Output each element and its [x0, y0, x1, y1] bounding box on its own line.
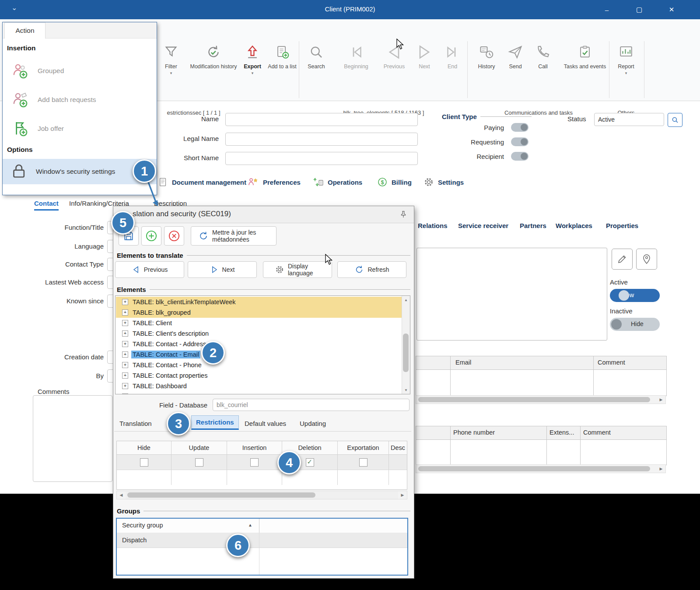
phone-table-scrollbar[interactable]: ▶ — [416, 464, 666, 473]
security-group-column-header[interactable]: Security group — [122, 522, 163, 529]
display-language-button[interactable]: Display language — [263, 261, 332, 278]
nav-operations[interactable]: Operations — [312, 177, 362, 187]
phone-comment-column-header[interactable]: Comment — [583, 429, 611, 436]
tree-item[interactable]: +TABLE: blk_clientLinkTemplateWeek — [116, 297, 402, 307]
column-insertion[interactable]: Insertion — [227, 441, 282, 454]
tree-item-selected[interactable]: +TABLE: Contact - Email — [116, 349, 402, 360]
expand-icon[interactable]: + — [122, 341, 128, 347]
phone-number-column-header[interactable]: Phone number — [453, 429, 495, 436]
expand-icon[interactable]: + — [122, 299, 128, 305]
deletion-checkbox[interactable] — [306, 458, 314, 467]
scroll-right-icon[interactable]: ▶ — [657, 396, 665, 404]
status-search-button[interactable] — [668, 113, 682, 127]
comment-column-header[interactable]: Comment — [598, 359, 625, 366]
tasks-events-button[interactable]: Tasks and events — [564, 42, 606, 70]
status-input[interactable] — [594, 113, 664, 126]
tab-relations[interactable]: Relations — [418, 222, 448, 229]
grid-scrollbar[interactable]: ◀ ▶ — [116, 491, 407, 499]
report-button[interactable]: Report ▾ — [612, 42, 640, 75]
expand-icon[interactable]: + — [122, 362, 128, 368]
expand-icon[interactable]: + — [122, 320, 128, 326]
tab-restrictions[interactable]: Restrictions — [191, 415, 239, 430]
expand-icon[interactable]: + — [122, 372, 128, 379]
tab-properties[interactable]: Properties — [606, 222, 638, 229]
history-button[interactable]: History — [473, 42, 500, 70]
paying-toggle[interactable] — [511, 123, 528, 132]
tab-translation[interactable]: Translation — [115, 417, 156, 430]
minimize-button[interactable]: – — [594, 0, 620, 19]
sort-ascending-icon[interactable]: ▲ — [248, 523, 252, 527]
expand-icon[interactable]: + — [122, 383, 128, 389]
update-metadata-button[interactable]: Mettre à jour les métadonnées — [191, 226, 276, 246]
legal-name-input[interactable] — [225, 133, 418, 146]
column-exportation[interactable]: Exportation — [338, 441, 389, 454]
hide-checkbox[interactable] — [140, 458, 148, 467]
menu-item-job-offer[interactable]: Job offer — [3, 116, 157, 141]
next-element-button[interactable]: Next — [188, 261, 257, 278]
tab-service-receiver[interactable]: Service receiver — [458, 222, 508, 229]
scroll-right-icon[interactable]: ▶ — [398, 491, 407, 499]
relations-content-box[interactable] — [416, 248, 607, 341]
send-button[interactable]: Send — [503, 42, 528, 70]
email-table[interactable]: Email Comment — [416, 356, 667, 396]
previous-element-button[interactable]: Previous — [115, 261, 184, 278]
call-button[interactable]: Call — [532, 42, 554, 70]
phone-table[interactable]: Phone number Extens... Comment — [416, 426, 667, 465]
expand-icon[interactable]: + — [122, 393, 128, 394]
nav-document-management[interactable]: Document management — [158, 177, 246, 187]
column-hide[interactable]: Hide — [117, 441, 172, 454]
add-to-list-button[interactable]: Add to a list — [268, 42, 297, 70]
previous-record-button[interactable]: Previous — [377, 42, 411, 70]
email-table-scrollbar[interactable]: ▶ — [416, 395, 666, 404]
requesting-toggle[interactable] — [511, 137, 528, 146]
tree-item[interactable]: +TABLE: Client — [116, 318, 402, 328]
tab-default-values[interactable]: Default values — [240, 417, 290, 430]
tree-item[interactable]: +TABLE: Contact properties — [116, 370, 402, 381]
show-toggle[interactable]: Show — [610, 289, 660, 302]
scroll-left-icon[interactable]: ◀ — [117, 491, 126, 499]
insertion-checkbox[interactable] — [250, 458, 259, 467]
edit-button[interactable] — [612, 249, 633, 270]
comments-box[interactable] — [33, 395, 112, 482]
scroll-down-icon[interactable]: ▼ — [402, 386, 410, 394]
exportation-checkbox[interactable] — [359, 458, 368, 467]
tree-item[interactable]: + — [116, 391, 402, 394]
scroll-up-icon[interactable]: ▲ — [402, 296, 410, 304]
field-database-input[interactable] — [213, 399, 410, 411]
expand-icon[interactable]: + — [122, 330, 128, 337]
menu-item-add-batch-requests[interactable]: Add batch requests — [3, 87, 157, 112]
hide-toggle[interactable]: Hide — [610, 318, 660, 331]
update-checkbox[interactable] — [195, 458, 203, 467]
dialog-titlebar[interactable]: slation and security (SEC019) — [113, 206, 414, 223]
export-button[interactable]: Export ▾ — [240, 42, 265, 75]
scrollbar-thumb[interactable] — [127, 492, 315, 498]
column-update[interactable]: Update — [172, 441, 227, 454]
scrollbar-thumb[interactable] — [418, 397, 650, 402]
nav-billing[interactable]: $ Billing — [377, 177, 412, 187]
elements-tree[interactable]: +TABLE: blk_clientLinkTemplateWeek +TABL… — [115, 295, 410, 394]
scrollbar-thumb[interactable] — [418, 466, 650, 471]
nav-settings[interactable]: Settings — [424, 177, 464, 187]
email-column-header[interactable]: Email — [455, 359, 471, 366]
tab-contact[interactable]: Contact — [34, 200, 59, 211]
scrollbar-thumb[interactable] — [403, 334, 409, 372]
maximize-button[interactable]: ▢ — [626, 0, 652, 19]
close-button[interactable]: ✕ — [659, 0, 684, 19]
tab-updating[interactable]: Updating — [295, 417, 330, 430]
scroll-right-icon[interactable]: ▶ — [657, 465, 665, 473]
tab-workplaces[interactable]: Workplaces — [556, 222, 592, 229]
tree-item[interactable]: +TABLE: Contact - Address — [116, 339, 402, 349]
end-button[interactable]: End — [441, 42, 464, 70]
short-name-input[interactable] — [225, 152, 418, 165]
name-input[interactable] — [225, 113, 418, 126]
search-button[interactable]: Search — [303, 42, 330, 70]
tree-item[interactable]: +TABLE: Dashboard — [116, 381, 402, 391]
modification-history-button[interactable]: Modification history — [189, 42, 238, 70]
tree-scrollbar[interactable]: ▲ ▼ — [402, 296, 410, 394]
action-tab[interactable]: Action — [4, 22, 46, 39]
next-record-button[interactable]: Next — [412, 42, 437, 70]
recipient-toggle[interactable] — [511, 152, 528, 161]
refresh-elements-button[interactable]: Refresh — [337, 261, 406, 278]
expand-icon[interactable]: + — [122, 309, 128, 316]
tab-partners[interactable]: Partners — [520, 222, 546, 229]
